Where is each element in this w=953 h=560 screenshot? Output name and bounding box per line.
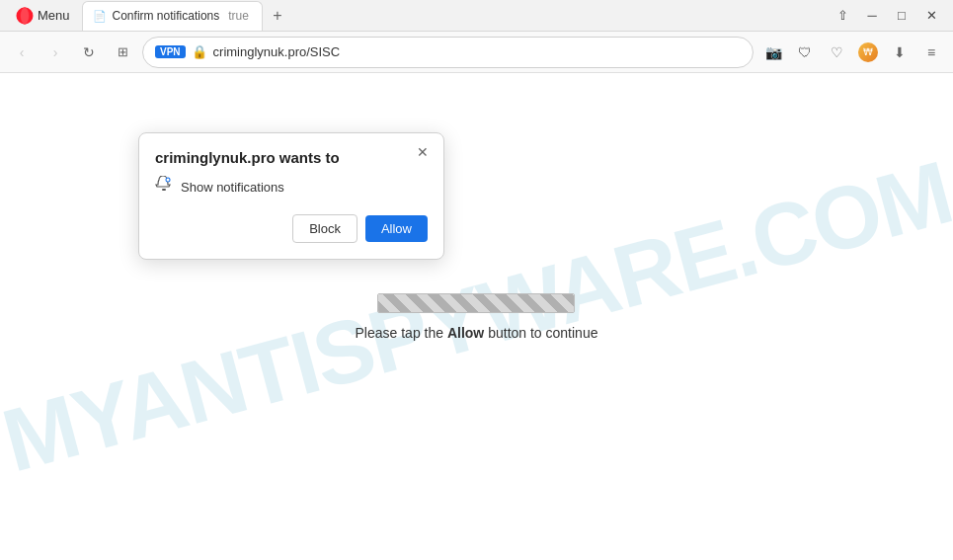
reload-button[interactable]: ↻ (75, 39, 103, 66)
hamburger-icon: ≡ (927, 44, 935, 60)
tab-grid-icon: ⊞ (118, 44, 128, 59)
reload-icon: ↻ (83, 44, 95, 60)
new-tab-button[interactable]: + (265, 3, 290, 29)
progress-bar-fill (378, 294, 574, 312)
back-button[interactable]: ‹ (8, 39, 36, 66)
main-content: MYANTISPYWARE.COM Please tap the Allow b… (0, 73, 953, 560)
progress-area: Please tap the Allow button to continue (356, 293, 598, 341)
vpn-badge: VPN (155, 45, 186, 58)
popup-title: criminglynuk.pro wants to (155, 149, 428, 166)
shield-icon: 🛡 (798, 44, 812, 60)
tab-favicon-icon: 📄 (93, 9, 107, 23)
bell-svg-icon (155, 176, 173, 194)
title-bar: Menu 📄 Confirm notifications true + ⇧ ─ … (0, 0, 953, 32)
popup-close-button[interactable]: ✕ (412, 141, 434, 163)
progress-bar-container (377, 293, 575, 313)
camera-icon: 📷 (765, 44, 782, 60)
wallet-button[interactable]: ₩ (854, 39, 882, 66)
forward-icon: › (53, 44, 58, 60)
back-icon: ‹ (20, 44, 25, 60)
forward-button[interactable]: › (41, 39, 69, 66)
tab-close-button[interactable]: true (225, 8, 252, 24)
heart-icon: ♡ (831, 44, 843, 60)
opera-logo-icon (16, 7, 34, 25)
allow-button[interactable]: Allow (365, 215, 428, 242)
url-bar[interactable]: VPN 🔒 criminglynuk.pro/SISC (142, 37, 754, 68)
tab-label: Confirm notifications (113, 9, 220, 23)
tab-grid-button[interactable]: ⊞ (109, 39, 136, 66)
stash-button[interactable]: ⇧ (829, 2, 856, 30)
svg-point-5 (167, 179, 170, 182)
instruction-allow-bold: Allow (447, 325, 484, 341)
close-button[interactable]: ✕ (917, 2, 945, 30)
maximize-button[interactable]: □ (888, 2, 915, 30)
svg-rect-3 (162, 189, 166, 191)
block-button[interactable]: Block (292, 214, 357, 243)
popup-body: Show notifications (155, 176, 428, 199)
heart-button[interactable]: ♡ (823, 39, 850, 66)
tab-confirm-notifications[interactable]: 📄 Confirm notifications true (82, 1, 263, 31)
wallet-icon: ₩ (858, 42, 878, 62)
download-button[interactable]: ⬇ (886, 39, 913, 66)
address-bar: ‹ › ↻ ⊞ VPN 🔒 criminglynuk.pro/SISC 📷 🛡 … (0, 32, 953, 73)
instruction-prefix: Please tap the (356, 325, 447, 341)
instruction-suffix: button to continue (484, 325, 597, 341)
opera-menu-button[interactable]: Menu (8, 4, 78, 28)
opera-menu-label: Menu (38, 8, 70, 23)
window-controls: ⇧ ─ □ ✕ (829, 2, 945, 30)
popup-body-text: Show notifications (181, 180, 284, 195)
lock-icon: 🔒 (192, 44, 207, 59)
notification-bell-icon (155, 176, 173, 199)
popup-actions: Block Allow (155, 214, 428, 243)
browser-menu-button[interactable]: ≡ (917, 39, 945, 66)
tab-bar: 📄 Confirm notifications true + (82, 1, 829, 31)
minimize-button[interactable]: ─ (858, 2, 886, 30)
url-text: criminglynuk.pro/SISC (213, 44, 741, 59)
download-icon: ⬇ (894, 44, 906, 60)
notification-popup: ✕ criminglynuk.pro wants to Show notific… (138, 132, 444, 260)
instruction-text: Please tap the Allow button to continue (356, 325, 598, 341)
shield-button[interactable]: 🛡 (791, 39, 819, 66)
title-bar-left: Menu (8, 4, 78, 28)
camera-button[interactable]: 📷 (759, 39, 787, 66)
address-bar-icons: 📷 🛡 ♡ ₩ ⬇ ≡ (759, 39, 945, 66)
